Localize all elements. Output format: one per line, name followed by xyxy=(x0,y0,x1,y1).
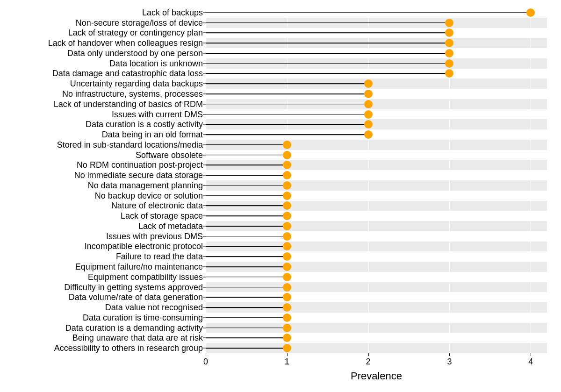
y-tick-label: Accessibility to others in research grou… xyxy=(54,344,203,352)
x-tick-label: 0 xyxy=(203,357,208,367)
lollipop-dot xyxy=(445,29,453,37)
lollipop-stem xyxy=(206,277,287,278)
lollipop-dot xyxy=(445,69,453,78)
lollipop-dot xyxy=(283,293,291,301)
lollipop-stem xyxy=(206,287,287,288)
lollipop-dot xyxy=(283,192,291,200)
lollipop-stem xyxy=(206,328,287,328)
lollipop-stem xyxy=(206,124,368,125)
y-tick-label: Lack of understanding of basics of RDM xyxy=(54,100,203,108)
lollipop-dot xyxy=(526,8,535,17)
chart-container: Lack of backupsNon-secure storage/loss o… xyxy=(0,0,561,392)
lollipop-dot xyxy=(283,303,291,312)
y-tick-label: No data management planning xyxy=(88,181,203,190)
y-tick-label: Data only understood by one person xyxy=(67,49,203,57)
x-axis-title: Prevalence xyxy=(351,370,402,382)
lollipop-stem xyxy=(206,338,287,339)
lollipop-stem xyxy=(206,53,449,54)
plot-area xyxy=(206,7,547,353)
y-tick-label: Data location is unknown xyxy=(109,59,203,68)
lollipop-stem xyxy=(206,144,287,145)
lollipop-stem xyxy=(206,22,449,23)
lollipop-stem xyxy=(206,93,368,94)
lollipop-stem xyxy=(206,246,287,247)
lollipop-dot xyxy=(283,273,291,281)
y-tick-label: Data damage and catastrophic data loss xyxy=(52,69,203,78)
lollipop-stem xyxy=(206,12,531,13)
lollipop-stem xyxy=(206,206,287,207)
lollipop-dot xyxy=(283,141,291,149)
lollipop-dot xyxy=(364,100,373,108)
lollipop-stem xyxy=(206,195,287,196)
lollipop-stem xyxy=(206,317,287,318)
y-tick-label: Equipment failure/no maintenance xyxy=(75,263,203,271)
y-tick-label: Non-secure storage/loss of device xyxy=(76,19,203,27)
lollipop-dot xyxy=(445,39,453,47)
lollipop-stem xyxy=(206,114,368,115)
lollipop-stem xyxy=(206,134,368,135)
y-tick-label: Software obsolete xyxy=(136,151,203,159)
y-tick-label: Data value not recognised xyxy=(105,303,203,312)
lollipop-dot xyxy=(283,232,291,241)
y-tick-label: No backup device or solution xyxy=(95,192,203,200)
lollipop-stem xyxy=(206,165,287,166)
y-tick-label: Stored in sub-standard locations/media xyxy=(57,141,203,149)
lollipop-dot xyxy=(283,252,291,261)
lollipop-stem xyxy=(206,185,287,186)
x-tick-label: 1 xyxy=(285,357,289,367)
lollipop-dot xyxy=(283,242,291,250)
y-tick-label: Data being in an old format xyxy=(102,130,203,139)
lollipop-stem xyxy=(206,43,449,43)
y-tick-label: Data curation is a demanding activity xyxy=(65,324,203,332)
lollipop-stem xyxy=(206,33,449,34)
lollipop-dot xyxy=(283,201,291,210)
lollipop-stem xyxy=(206,73,449,74)
y-tick-label: Data curation is time-consuming xyxy=(83,314,203,322)
lollipop-dot xyxy=(283,222,291,230)
lollipop-dot xyxy=(283,314,291,322)
lollipop-dot xyxy=(283,181,291,190)
y-tick-label: Lack of handover when colleagues resign xyxy=(48,39,203,47)
lollipop-dot xyxy=(283,344,291,352)
y-tick-label: Equipment compatibility issues xyxy=(88,273,203,281)
y-tick-label: Lack of metadata xyxy=(138,222,203,230)
lollipop-dot xyxy=(283,171,291,179)
y-tick-label: Data curation is a costly activity xyxy=(86,120,203,128)
lollipop-dot xyxy=(445,59,453,68)
lollipop-stem xyxy=(206,226,287,227)
lollipop-dot xyxy=(283,263,291,271)
lollipop-stem xyxy=(206,63,449,64)
lollipop-stem xyxy=(206,83,368,84)
y-tick-label: Uncertainty regarding data backups xyxy=(70,79,203,88)
y-tick-label: No RDM continuation post-project xyxy=(77,161,203,169)
lollipop-dot xyxy=(445,19,453,27)
y-tick-label: Incompatible electronic protocol xyxy=(85,242,203,250)
y-tick-label: Issues with current DMS xyxy=(112,110,203,119)
lollipop-stem xyxy=(206,175,287,176)
y-tick-label: Data volume/rate of data generation xyxy=(69,293,203,301)
lollipop-stem xyxy=(206,297,287,298)
lollipop-dot xyxy=(445,49,453,57)
lollipop-dot xyxy=(283,151,291,159)
lollipop-dot xyxy=(283,334,291,342)
lollipop-dot xyxy=(283,283,291,292)
y-tick-label: Lack of backups xyxy=(142,8,203,17)
y-tick-label: No infrastructure, systems, processes xyxy=(62,90,203,98)
lollipop-stem xyxy=(206,104,368,105)
lollipop-stem xyxy=(206,155,287,156)
lollipop-stem xyxy=(206,266,287,267)
x-tick-label: 4 xyxy=(528,357,533,367)
y-tick-label: Lack of storage space xyxy=(121,212,203,220)
lollipop-stem xyxy=(206,307,287,308)
lollipop-dot xyxy=(364,110,373,119)
x-tick-label: 3 xyxy=(447,357,452,367)
y-tick-label: Lack of strategy or contingency plan xyxy=(68,29,203,37)
lollipop-stem xyxy=(206,215,287,216)
y-tick-label: Nature of electronic data xyxy=(111,201,203,210)
lollipop-dot xyxy=(364,130,373,139)
y-tick-label: Failure to read the data xyxy=(116,252,203,261)
lollipop-dot xyxy=(283,324,291,332)
lollipop-dot xyxy=(364,120,373,128)
lollipop-dot xyxy=(283,161,291,169)
lollipop-dot xyxy=(283,212,291,220)
